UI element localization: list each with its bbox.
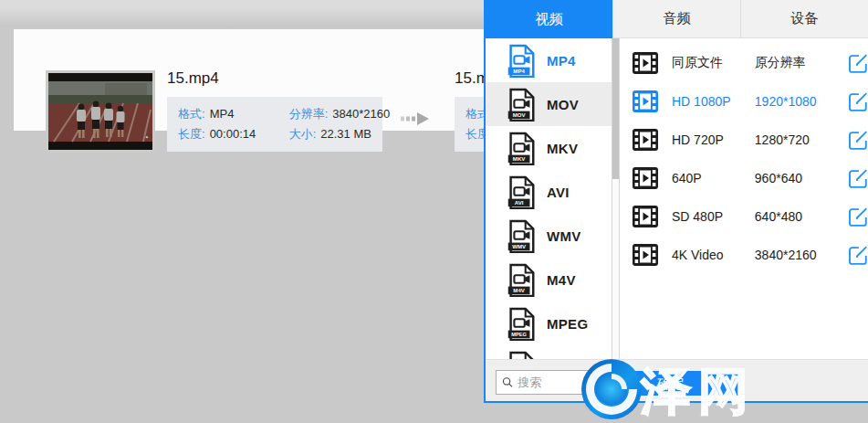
quality-row-4k[interactable]: 4K Video 3840*2160 [620, 236, 868, 274]
svg-text:✦: ✦ [145, 134, 149, 140]
quality-row-720p[interactable]: HD 720P 1280*720 [620, 121, 868, 159]
format-item-label: AVI [547, 185, 570, 200]
tab-device-label: 设备 [791, 10, 819, 27]
format-item-label: WMV [547, 228, 581, 244]
tab-video[interactable]: 视频 [486, 0, 612, 38]
source-info-row-2: 长度:00:00:14 大小:22.31 MB [178, 125, 373, 143]
format-list: MP4 MP4 MOV MOV MKV MKV AVI AVI WMV WMV … [486, 38, 612, 359]
quality-name: HD 720P [672, 132, 755, 147]
mp4-file-icon: MP4 [507, 44, 535, 78]
size-label: 大小: [289, 127, 317, 141]
format-item-mp4[interactable]: MP4 MP4 [486, 38, 612, 82]
svg-text:M4V: M4V [513, 288, 524, 293]
svg-text:MOV: MOV [513, 112, 526, 118]
format-item-mkv[interactable]: MKV MKV [486, 126, 612, 170]
tab-audio[interactable]: 音频 [612, 0, 740, 38]
film-icon [633, 52, 658, 74]
panel-bottom-bar: 确定 [486, 359, 868, 401]
format-item-partial[interactable] [486, 345, 612, 359]
svg-text:MP4: MP4 [513, 69, 525, 74]
partial-file-icon [507, 351, 535, 360]
avi-file-icon: AVI [507, 175, 535, 209]
duration-value: 00:00:14 [210, 127, 256, 141]
film-icon [633, 90, 658, 112]
edit-settings-icon[interactable] [848, 206, 868, 227]
format-label: 格式: [178, 107, 205, 121]
duration-label: 长度: [178, 127, 205, 141]
tab-device[interactable]: 设备 [740, 0, 868, 38]
film-icon [633, 129, 658, 151]
quality-name: HD 1080P [672, 94, 755, 109]
m4v-file-icon: M4V [507, 263, 535, 297]
film-icon [633, 206, 658, 227]
edit-settings-icon[interactable] [848, 53, 868, 74]
edit-settings-icon[interactable] [848, 168, 868, 189]
search-input[interactable] [518, 375, 591, 389]
edit-settings-icon[interactable] [848, 245, 868, 266]
file-list-row[interactable]: ✦ 15.mp4 格式:MP4 分辨率:3840*2160 长度:00:00:1… [14, 29, 485, 131]
quality-row-640p[interactable]: 640P 960*640 [620, 159, 868, 197]
film-icon [633, 244, 658, 266]
quality-name: 4K Video [672, 248, 755, 262]
quality-row-1080p[interactable]: HD 1080P 1920*1080 [620, 82, 868, 121]
resolution-value: 3840*2160 [332, 107, 390, 121]
tab-audio-label: 音频 [664, 10, 691, 27]
svg-text:AVI: AVI [515, 200, 524, 206]
format-item-wmv[interactable]: WMV WMV [486, 214, 612, 258]
convert-arrow-icon [401, 111, 432, 126]
quality-name: 同原文件 [672, 55, 755, 71]
quality-resolution: 1280*720 [755, 132, 828, 147]
quality-resolution: 640*480 [755, 209, 828, 224]
mpeg-file-icon: MPEG [507, 307, 535, 341]
format-item-mpeg[interactable]: MPEG MPEG [486, 301, 612, 345]
wmv-file-icon: WMV [507, 219, 535, 253]
format-list-scrollbar[interactable] [612, 38, 620, 359]
quality-row-original[interactable]: 同原文件 原分辨率 [620, 44, 868, 82]
edit-settings-icon[interactable] [848, 130, 868, 151]
quality-resolution: 3840*2160 [755, 248, 828, 262]
format-item-label: MOV [547, 97, 579, 112]
scrollbar-thumb[interactable] [612, 38, 619, 179]
source-file-info: 格式:MP4 分辨率:3840*2160 长度:00:00:14 大小:22.3… [167, 97, 382, 152]
quality-name: 640P [672, 171, 755, 185]
format-value: MP4 [210, 107, 235, 121]
quality-resolution: 960*640 [755, 171, 828, 185]
format-item-label: MKV [547, 141, 578, 156]
video-thumbnail: ✦ [46, 70, 155, 153]
edit-settings-icon[interactable] [848, 91, 868, 112]
quality-resolution: 1920*1080 [755, 94, 828, 109]
quality-name: SD 480P [672, 209, 755, 224]
format-selection-panel: 视频 音频 设备 MP4 MP4 MOV MOV MKV MKV AVI AVI… [484, 0, 868, 403]
panel-tabs: 视频 音频 设备 [486, 0, 868, 38]
format-item-label: MPEG [547, 316, 588, 332]
search-box[interactable] [496, 370, 598, 395]
svg-text:WMV: WMV [512, 244, 526, 249]
search-icon [502, 375, 513, 389]
mkv-file-icon: MKV [507, 132, 535, 165]
format-item-label: M4V [547, 272, 576, 288]
tab-video-label: 视频 [536, 11, 563, 28]
format-item-mov[interactable]: MOV MOV [486, 82, 612, 126]
film-icon [633, 167, 658, 189]
source-file-name: 15.mp4 [167, 69, 219, 90]
svg-text:MPEG: MPEG [511, 332, 527, 337]
format-item-m4v[interactable]: M4V M4V [486, 258, 612, 301]
format-item-avi[interactable]: AVI AVI [486, 170, 612, 214]
quality-list: 同原文件 原分辨率 HD 1080P 1920*1080 HD 720P 128… [620, 38, 868, 359]
resolution-label: 分辨率: [289, 107, 329, 121]
source-info-row-1: 格式:MP4 分辨率:3840*2160 [178, 105, 373, 123]
mov-file-icon: MOV [507, 88, 535, 122]
quality-resolution: 原分辨率 [755, 55, 828, 71]
quality-row-480p[interactable]: SD 480P 640*480 [620, 197, 868, 236]
video-thumbnail-image: ✦ [48, 73, 152, 150]
confirm-button[interactable]: 确定 [601, 371, 741, 396]
format-item-label: MP4 [547, 53, 576, 69]
size-value: 22.31 MB [320, 127, 371, 141]
svg-text:MKV: MKV [513, 156, 525, 162]
